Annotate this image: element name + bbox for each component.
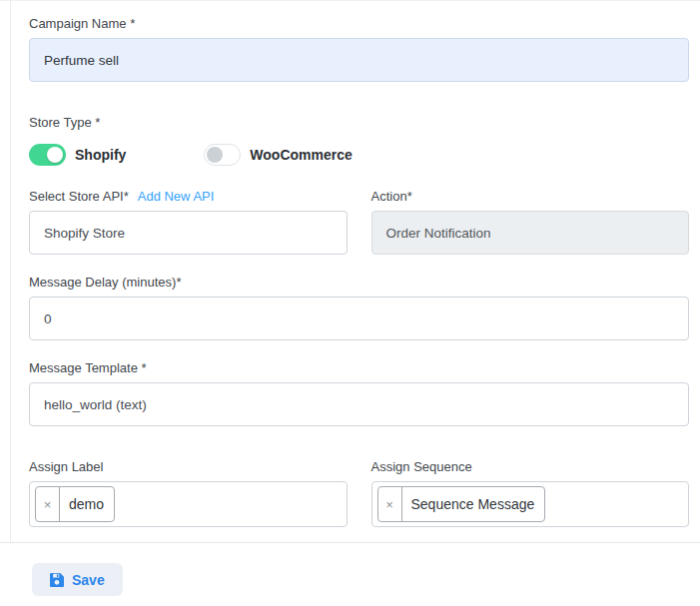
store-type-label: Store Type *: [29, 114, 689, 131]
tag-text: Sequence Message: [402, 496, 545, 512]
remove-tag-button[interactable]: ×: [378, 487, 402, 521]
shopify-toggle[interactable]: [29, 144, 66, 166]
action-label: Action*: [371, 188, 690, 205]
form-footer: Save: [0, 543, 700, 596]
action-field: Action*: [371, 188, 690, 255]
assign-label-input[interactable]: × demo: [29, 481, 348, 527]
toggle-knob: [47, 147, 63, 163]
message-delay-label: Message Delay (minutes)*: [29, 274, 689, 291]
store-api-select[interactable]: Shopify Store: [29, 211, 348, 255]
woocommerce-toggle-label: WooCommerce: [250, 147, 351, 163]
campaign-name-label: Campaign Name *: [29, 15, 689, 32]
message-delay-field: Message Delay (minutes)*: [29, 274, 689, 340]
save-icon: [50, 573, 64, 587]
assign-label-field: Assign Label × demo: [29, 458, 348, 527]
message-delay-input[interactable]: [29, 297, 689, 340]
assign-sequence-field: Assign Sequence × Sequence Message: [371, 458, 690, 527]
tag-chip: × Sequence Message: [377, 486, 546, 522]
woocommerce-toggle[interactable]: [204, 144, 241, 166]
assign-sequence-input[interactable]: × Sequence Message: [371, 481, 690, 527]
remove-tag-button[interactable]: ×: [36, 487, 60, 521]
campaign-form-card: Campaign Name * Store Type * Shopify Woo…: [10, 1, 700, 542]
shopify-toggle-group: Shopify: [29, 144, 126, 166]
store-api-selected-value: Shopify Store: [44, 226, 317, 241]
tag-text: demo: [60, 496, 114, 512]
campaign-name-input[interactable]: [29, 38, 689, 82]
assign-sequence-label: Assign Sequence: [371, 458, 690, 475]
campaign-form-page: Campaign Name * Store Type * Shopify Woo…: [0, 0, 700, 596]
toggle-knob: [207, 147, 223, 163]
tag-chip: × demo: [35, 486, 115, 522]
campaign-name-field: Campaign Name *: [29, 15, 689, 82]
message-template-label: Message Template *: [29, 359, 689, 376]
store-api-label: Select Store API*: [29, 188, 129, 205]
message-template-selected-value: hello_world (text): [44, 397, 658, 412]
add-new-api-link[interactable]: Add New API: [138, 189, 215, 204]
action-input: [371, 211, 690, 255]
message-template-field: Message Template * hello_world (text): [29, 359, 689, 426]
message-template-select[interactable]: hello_world (text): [29, 382, 689, 426]
save-button-label: Save: [72, 572, 105, 588]
assign-label-label: Assign Label: [29, 458, 348, 475]
store-type-field: Store Type * Shopify WooCommerce: [29, 114, 689, 166]
save-button[interactable]: Save: [32, 563, 123, 596]
store-api-field: Select Store API* Add New API Shopify St…: [29, 188, 348, 255]
shopify-toggle-label: Shopify: [75, 147, 126, 163]
woocommerce-toggle-group: WooCommerce: [204, 144, 351, 166]
